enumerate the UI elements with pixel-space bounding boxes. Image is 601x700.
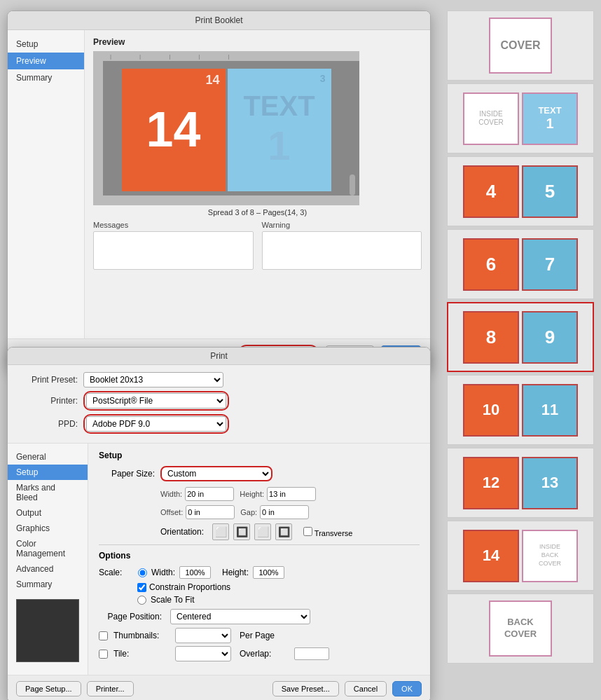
messages-warning-row: Messages Warning <box>93 221 422 270</box>
left-page: 14 14 <box>122 69 226 191</box>
tile-select[interactable] <box>175 646 231 661</box>
inside-back-cover-card: INSIDEBACKCOVER <box>522 530 578 582</box>
spread-pages: 14 14 TEXT 1 3 <box>122 69 331 191</box>
page-position-row: Page Position: Centered <box>99 609 420 624</box>
page5-card: 5 <box>522 165 578 218</box>
sidebar-item-summary[interactable]: Summary <box>8 69 84 86</box>
thumb-10-11[interactable]: 10 11 <box>447 375 594 445</box>
printer-button[interactable]: Printer... <box>87 681 134 696</box>
scale-to-fit-label: Scale To Fit <box>151 595 194 605</box>
page-position-select[interactable]: Centered <box>170 609 310 624</box>
constrain-checkbox[interactable] <box>137 583 146 592</box>
thumb-cover[interactable]: COVER <box>447 11 594 81</box>
thumbnails-row: Thumbnails: Per Page <box>99 628 420 643</box>
tile-label: Tile: <box>113 649 170 659</box>
thumb-inside-text[interactable]: INSIDECOVER TEXT 1 <box>447 83 594 153</box>
print-sidebar-output[interactable]: Output <box>8 505 88 521</box>
thumb-6-7[interactable]: 6 7 <box>447 229 594 299</box>
dialog-sidebar: Setup Preview Summary <box>8 30 85 338</box>
width-input[interactable] <box>185 487 234 501</box>
tile-row: Tile: Overlap: <box>99 646 420 661</box>
ok-button[interactable]: OK <box>392 681 422 696</box>
page-setup-button[interactable]: Page Setup... <box>16 681 81 696</box>
orient-landscape[interactable]: 🔲 <box>233 523 250 540</box>
thumbnails-checkbox[interactable] <box>99 631 108 640</box>
scale-width-radio[interactable] <box>138 568 147 577</box>
save-preset-button[interactable]: Save Preset... <box>272 681 339 696</box>
printer-label: Printer: <box>22 396 78 406</box>
thumbnails-label: Thumbnails: <box>113 631 170 640</box>
sidebar-item-setup[interactable]: Setup <box>8 36 84 53</box>
thumb-back-cover[interactable]: BACKCOVER <box>447 593 594 664</box>
preview-label: Preview <box>93 37 422 47</box>
tile-checkbox[interactable] <box>99 650 108 659</box>
scale-row: Scale: Width: Height: <box>99 566 420 579</box>
transverse-checkbox[interactable] <box>303 527 312 536</box>
print-sidebar-graphics[interactable]: Graphics <box>8 521 88 536</box>
offset-group: Offset: <box>160 505 235 519</box>
preset-label: Print Preset: <box>22 375 78 385</box>
messages-box: Messages <box>93 221 254 270</box>
thumbnails-panel: COVER INSIDECOVER TEXT 1 4 5 6 7 8 <box>447 11 594 664</box>
print-sidebar-advanced[interactable]: Advanced <box>8 561 88 577</box>
page6-card: 6 <box>463 238 519 291</box>
warning-textarea <box>262 231 422 270</box>
print-dialog-footer: Page Setup... Printer... Save Preset... … <box>8 675 430 700</box>
print-sidebar-color[interactable]: Color Management <box>8 536 88 561</box>
ppd-row: PPD: Adobe PDF 9.0 <box>22 414 416 434</box>
print-sidebar-marks[interactable]: Marks and Bleed <box>8 480 88 505</box>
print-cancel-button[interactable]: Cancel <box>345 681 387 696</box>
height-label: Height: <box>240 490 264 498</box>
overlap-input[interactable] <box>294 647 329 660</box>
gap-input[interactable] <box>260 505 309 519</box>
width-height-row: Width: Height: <box>160 487 420 501</box>
ppd-select[interactable]: Adobe PDF 9.0 <box>86 416 226 432</box>
height-input[interactable] <box>267 487 316 501</box>
scroll-thumb[interactable] <box>350 174 355 195</box>
offset-input[interactable] <box>186 505 235 519</box>
ruler-bottom <box>93 195 359 205</box>
scale-label: Scale: <box>99 568 134 577</box>
ppd-label: PPD: <box>22 419 78 429</box>
page11-card: 11 <box>522 384 578 437</box>
overlap-label: Overlap: <box>240 649 289 659</box>
print-sidebar-setup[interactable]: Setup <box>8 465 88 480</box>
preview-area: ||||| 14 14 TEXT 1 <box>93 51 359 205</box>
paper-size-select-wrap: Custom <box>160 466 272 481</box>
page-position-label: Page Position: <box>99 612 162 622</box>
thumbnails-select[interactable] <box>175 628 231 643</box>
ruler-top: ||||| <box>93 51 359 61</box>
print-sidebar-summary[interactable]: Summary <box>8 577 88 592</box>
setup-title: Setup <box>99 451 420 460</box>
width-group: Width: <box>160 487 234 501</box>
print-dialog-title: Print <box>8 348 430 365</box>
page10-card: 10 <box>463 384 519 437</box>
height-pct-input[interactable] <box>253 566 284 579</box>
thumb-12-13[interactable]: 12 13 <box>447 448 594 518</box>
scale-to-fit-radio[interactable] <box>137 596 146 605</box>
paper-size-select[interactable]: Custom <box>160 466 272 481</box>
thumb-4-5[interactable]: 4 5 <box>447 156 594 226</box>
sidebar-item-preview[interactable]: Preview <box>8 53 84 69</box>
width-pct-input[interactable] <box>179 566 211 579</box>
preset-select[interactable]: Booklet 20x13 <box>83 372 223 387</box>
ruler-left <box>93 51 103 205</box>
back-cover-card: BACKCOVER <box>489 601 552 657</box>
orientation-row: Orientation: ⬜ 🔲 ⬜ 🔲 Transverse <box>160 523 420 540</box>
preset-row: Print Preset: Booklet 20x13 <box>22 372 416 387</box>
offset-gap-row: Offset: Gap: <box>160 505 420 519</box>
print-sidebar-general[interactable]: General <box>8 449 88 465</box>
orient-portrait-flip[interactable]: ⬜ <box>254 523 271 540</box>
page14-card: 14 <box>463 530 519 582</box>
thumb-14-inside-back[interactable]: 14 INSIDEBACKCOVER <box>447 521 594 591</box>
print-main-area: General Setup Marks and Bleed Output Gra… <box>8 444 430 675</box>
orient-landscape-flip[interactable]: 🔲 <box>275 523 292 540</box>
printer-highlight: PostScript® File <box>83 391 229 411</box>
page8-card: 8 <box>463 311 519 364</box>
spread-label: Spread 3 of 8 – Pages(14, 3) <box>93 208 422 217</box>
printer-select[interactable]: PostScript® File <box>86 393 226 409</box>
per-page-label: Per Page <box>240 631 289 640</box>
page13-card: 13 <box>522 457 578 509</box>
orient-portrait[interactable]: ⬜ <box>212 523 229 540</box>
thumb-8-9[interactable]: 8 9 <box>447 302 594 372</box>
